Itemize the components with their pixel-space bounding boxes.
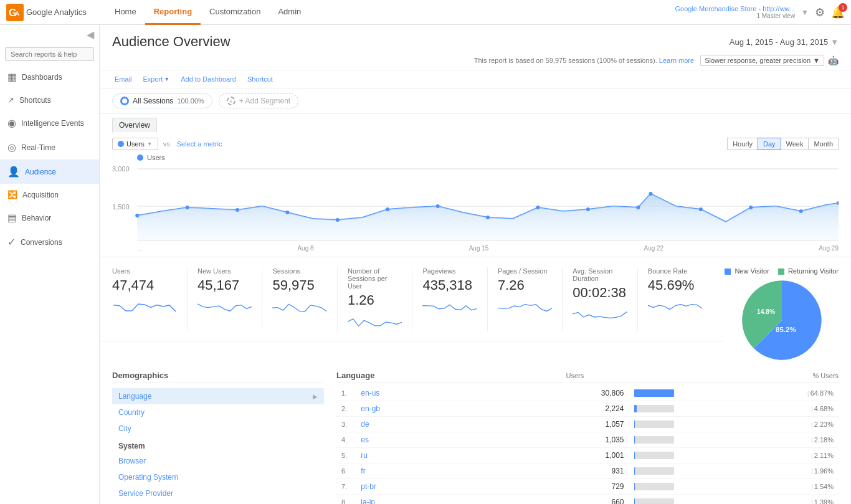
sidebar-item-acquisition[interactable]: 🔀 Acquisition	[0, 184, 99, 206]
lang-name-0[interactable]: en-us	[356, 386, 484, 401]
lang-pct-0: |64.87%	[679, 386, 839, 401]
new-visitor-dot	[725, 269, 731, 275]
email-button[interactable]: Email	[112, 74, 135, 84]
stats-and-pie: Users 47,474 New Users 45,167 Sessions 5…	[100, 257, 851, 361]
stat-value-4: 435,318	[422, 277, 477, 293]
action-bar: Email Export▼ Add to Dashboard Shortcut	[100, 70, 851, 88]
chart-svg: 3,000 1,500	[112, 163, 839, 244]
stat-value-6: 00:02:38	[573, 285, 627, 301]
sidebar-item-realtime[interactable]: ◎ Real-Time	[0, 135, 99, 159]
lang-pct-6: |1.54%	[679, 479, 839, 495]
stat-value-3: 1.26	[348, 292, 402, 308]
select-metric-link[interactable]: Select a metric	[177, 140, 222, 148]
sidebar-item-behavior[interactable]: ▤ Behavior	[0, 206, 99, 230]
new-visitor-label: New Visitor	[735, 267, 769, 275]
demo-item-country[interactable]: Country	[112, 404, 324, 421]
export-label: Export	[143, 75, 163, 83]
lang-rank-7: 8.	[336, 495, 356, 504]
search-box[interactable]	[0, 44, 99, 65]
lang-name-7[interactable]: ja-jp	[356, 495, 484, 504]
dropdown-icon[interactable]: ▼	[801, 8, 809, 17]
date-range-picker[interactable]: Aug 1, 2015 - Aug 31, 2015 ▼	[730, 37, 839, 47]
stat-box-1: New Users 45,167	[187, 267, 262, 331]
learn-more-link[interactable]: Learn more	[659, 57, 694, 64]
nav-customization[interactable]: Customization	[201, 0, 269, 25]
account-info[interactable]: Google Merchandise Store - http://ww... …	[675, 5, 796, 19]
lang-table-row: 2. en-gb 2,224 |4.68%	[336, 401, 839, 417]
lang-name-6[interactable]: pt-br	[356, 479, 484, 495]
stat-value-2: 59,975	[272, 277, 326, 293]
settings-icon[interactable]: ⚙	[815, 6, 825, 19]
day-button[interactable]: Day	[758, 138, 781, 150]
precision-select[interactable]: Slower response, greater precision ▼	[700, 55, 824, 66]
search-input[interactable]	[5, 47, 94, 61]
lang-name-2[interactable]: de	[356, 417, 484, 432]
stat-sparkline-2	[272, 297, 326, 316]
svg-point-17	[536, 206, 540, 209]
lang-rank-2: 3.	[336, 417, 356, 432]
lang-name-3[interactable]: es	[356, 432, 484, 448]
lang-name-5[interactable]: fr	[356, 464, 484, 479]
lang-name-1[interactable]: en-gb	[356, 401, 484, 417]
sidebar-item-dashboards[interactable]: ▦ Dashboards	[0, 65, 99, 89]
nav-home[interactable]: Home	[106, 0, 145, 25]
nav-admin[interactable]: Admin	[269, 0, 310, 25]
top-nav-right: Google Merchandise Store - http://ww... …	[675, 5, 845, 19]
lang-bar-4	[629, 448, 679, 464]
report-info-bar: This report is based on 59,975 sessions …	[100, 54, 851, 70]
lang-rank-6: 7.	[336, 479, 356, 495]
lang-name-4[interactable]: ru	[356, 448, 484, 464]
users-legend-label: Users	[147, 154, 165, 161]
add-segment-button[interactable]: + + Add Segment	[219, 93, 298, 108]
sidebar-item-conversions[interactable]: ✓ Conversions	[0, 230, 99, 254]
lang-bar-0	[629, 386, 679, 401]
stat-label-5: Pages / Session	[498, 267, 552, 275]
account-name[interactable]: Google Merchandise Store - http://ww...	[675, 5, 796, 12]
conversions-icon: ✓	[7, 236, 16, 248]
sidebar-item-intelligence[interactable]: ◉ Intelligence Events	[0, 111, 99, 135]
month-button[interactable]: Month	[808, 138, 839, 150]
demo-os-label: Operating System	[118, 473, 178, 482]
behavior-icon: ▤	[7, 212, 17, 224]
hourly-button[interactable]: Hourly	[727, 138, 758, 150]
week-button[interactable]: Week	[781, 138, 809, 150]
overview-tab[interactable]: Overview	[112, 118, 157, 133]
segment-pill-all-sessions[interactable]: All Sessions 100.00%	[112, 93, 212, 108]
returning-visitor-legend: Returning Visitor	[778, 267, 839, 275]
demo-item-browser[interactable]: Browser	[112, 453, 324, 469]
lang-users-0: 30,806	[484, 386, 629, 401]
lang-users-5: 931	[484, 464, 629, 479]
ga-logo[interactable]: G A Google Analytics	[6, 4, 106, 21]
language-table: 1. en-us 30,806 |64.87% 2. en-gb 2,224 |…	[336, 386, 839, 504]
demo-item-city[interactable]: City	[112, 421, 324, 437]
stat-box-7: Bounce Rate 45.69%	[637, 267, 712, 331]
stat-box-2: Sessions 59,975	[262, 267, 336, 331]
metric-selector[interactable]: Users ▼	[112, 138, 158, 150]
export-button[interactable]: Export▼	[141, 74, 173, 84]
demo-item-language[interactable]: Language ▶	[112, 388, 324, 404]
demo-item-service-provider[interactable]: Service Provider	[112, 485, 324, 502]
svg-text:A: A	[15, 10, 20, 17]
lang-table-row: 8. ja-jp 660 |1.39%	[336, 495, 839, 504]
users-col-header: Users	[566, 372, 584, 379]
nav-reporting[interactable]: Reporting	[145, 0, 201, 25]
sidebar-item-shortcuts[interactable]: ↗ Shortcuts	[0, 89, 99, 111]
sidebar-label-shortcuts: Shortcuts	[19, 96, 51, 105]
sidebar-item-audience[interactable]: 👤 Audience	[0, 159, 99, 184]
sidebar-toggle[interactable]: ◀	[0, 25, 99, 44]
lang-rank-5: 6.	[336, 464, 356, 479]
svg-point-12	[285, 211, 289, 214]
lang-table-row: 4. es 1,035 |2.18%	[336, 432, 839, 448]
shortcut-button[interactable]: Shortcut	[245, 74, 275, 84]
segment-circle	[120, 97, 129, 105]
add-to-dashboard-button[interactable]: Add to Dashboard	[178, 74, 239, 84]
demo-language-label: Language	[118, 392, 151, 401]
chart-legend: Users	[112, 153, 839, 163]
demo-item-os[interactable]: Operating System	[112, 469, 324, 485]
bot-icon[interactable]: 🤖	[828, 55, 839, 65]
chart-container: 3,000 1,500	[112, 163, 839, 244]
precision-dropdown-icon: ▼	[813, 57, 820, 64]
notifications-icon[interactable]: 🔔1	[831, 6, 845, 19]
intelligence-icon: ◉	[7, 117, 16, 129]
svg-point-21	[699, 207, 703, 211]
